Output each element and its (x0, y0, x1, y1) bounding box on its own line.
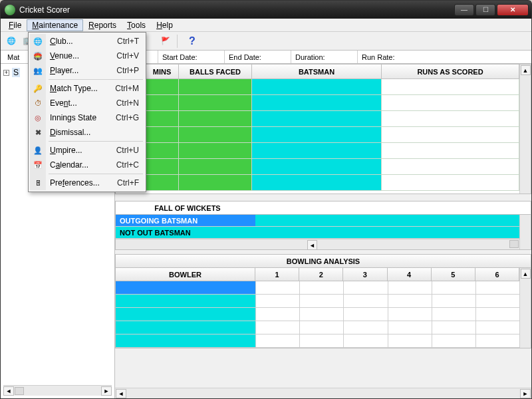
menu-item-calendar[interactable]: 📅 Calendar... Ctrl+C (30, 158, 144, 172)
cell-over[interactable] (343, 295, 387, 307)
cell-over[interactable] (388, 321, 432, 334)
cell-over[interactable] (475, 334, 519, 347)
cell-over[interactable] (299, 321, 343, 334)
minimize-button[interactable]: — (454, 4, 474, 16)
cell-over[interactable] (299, 281, 343, 294)
bowling-vscroll[interactable]: ▲ (519, 268, 531, 348)
cell-over[interactable] (475, 295, 519, 307)
scroll-up-icon[interactable]: ▲ (521, 269, 531, 279)
batting-vscroll[interactable]: ▲ (519, 65, 531, 194)
cell-mins[interactable] (146, 143, 179, 158)
cell-bowler[interactable] (116, 334, 255, 347)
cell-over[interactable] (432, 308, 475, 321)
scroll-up-icon[interactable]: ▲ (521, 65, 531, 75)
cell-over[interactable] (388, 308, 432, 321)
scroll-thumb[interactable] (15, 387, 24, 395)
cell-mins[interactable] (146, 175, 179, 190)
cell-over[interactable] (343, 334, 387, 347)
batting-row[interactable] (116, 95, 519, 111)
cell-batsman[interactable] (252, 143, 382, 158)
menu-item-umpire[interactable]: 👤 Umpire... Ctrl+U (30, 143, 144, 158)
cell-mins[interactable] (146, 79, 179, 94)
menu-file[interactable]: File (3, 19, 27, 31)
cell-runs[interactable] (382, 127, 519, 142)
scroll-thumb[interactable] (509, 240, 519, 248)
cell-runs[interactable] (382, 175, 519, 190)
cell-ballsfaced[interactable] (179, 143, 252, 158)
batting-row[interactable] (116, 127, 519, 143)
scroll-left-icon[interactable]: ◄ (116, 389, 126, 398)
bowling-row[interactable] (116, 334, 519, 348)
bowling-row[interactable] (116, 295, 519, 308)
cell-runs[interactable] (382, 143, 519, 158)
cell-over[interactable] (255, 321, 299, 334)
cell-ballsfaced[interactable] (179, 79, 252, 94)
batting-row[interactable] (116, 175, 519, 191)
toolbar-button-3[interactable]: 🚩 (159, 35, 172, 48)
scroll-right-icon[interactable]: ► (520, 389, 531, 398)
menu-item-event[interactable]: ⏱ Event... Ctrl+N (30, 96, 144, 110)
close-button[interactable]: ✕ (497, 4, 529, 16)
bowling-row[interactable] (116, 321, 519, 334)
menu-help[interactable]: Help (151, 19, 178, 31)
fow-row-notout[interactable]: NOT OUT BATSMAN (116, 227, 519, 239)
fow-vscroll[interactable] (519, 215, 531, 249)
cell-over[interactable] (388, 334, 432, 347)
cell-mins[interactable] (146, 159, 179, 174)
cell-batsman[interactable] (252, 159, 382, 174)
scroll-right-icon[interactable]: ► (101, 386, 112, 396)
cell-runs[interactable] (382, 111, 519, 126)
cell-over[interactable] (388, 281, 432, 294)
menu-item-club[interactable]: 🌐 Club... Ctrl+T (30, 34, 144, 49)
menu-item-inningsstate[interactable]: ◎ Innings State Ctrl+G (30, 110, 144, 125)
batting-row[interactable] (116, 159, 519, 175)
menu-item-matchtype[interactable]: 🔑 Match Type... Ctrl+M (30, 81, 144, 96)
batting-row[interactable] (116, 79, 519, 95)
batting-row[interactable] (116, 143, 519, 159)
cell-over[interactable] (388, 295, 432, 307)
menu-tools[interactable]: Tools (122, 19, 151, 31)
menu-item-preferences[interactable]: 🎚 Preferences... Ctrl+F (30, 176, 144, 190)
cell-over[interactable] (343, 321, 387, 334)
cell-over[interactable] (255, 281, 299, 294)
cell-ballsfaced[interactable] (179, 95, 252, 110)
cell-runs[interactable] (382, 79, 519, 94)
sidebar-hscroll[interactable]: ◄ ► (3, 385, 112, 396)
cell-over[interactable] (255, 295, 299, 307)
cell-over[interactable] (475, 321, 519, 334)
help-icon[interactable]: ? (189, 35, 196, 47)
cell-bowler[interactable] (116, 321, 255, 334)
cell-batsman[interactable] (252, 127, 382, 142)
cell-bowler[interactable] (116, 308, 255, 321)
cell-runs[interactable] (382, 95, 519, 110)
cell-mins[interactable] (146, 111, 179, 126)
cell-bowler[interactable] (116, 281, 255, 294)
menu-maintenance[interactable]: Maintenance (27, 19, 83, 31)
scroll-left-icon[interactable]: ◄ (3, 386, 14, 396)
menu-item-player[interactable]: 👥 Player... Ctrl+P (30, 63, 144, 78)
cell-over[interactable] (255, 308, 299, 321)
cell-batsman[interactable] (252, 79, 382, 94)
menu-item-dismissal[interactable]: ✖ Dismissal... (30, 125, 144, 140)
cell-over[interactable] (475, 281, 519, 294)
cell-batsman[interactable] (252, 111, 382, 126)
cell-over[interactable] (299, 308, 343, 321)
cell-batsman[interactable] (252, 95, 382, 110)
content-hscroll[interactable]: ◄ ► (115, 388, 531, 398)
fow-row-outgoing[interactable]: OUTGOING BATSMAN (116, 215, 519, 227)
cell-ballsfaced[interactable] (179, 175, 252, 190)
tree-expand-icon[interactable]: + (3, 70, 9, 76)
cell-mins[interactable] (146, 95, 179, 110)
fow-hscroll[interactable]: ◄ (116, 239, 519, 249)
batting-row[interactable] (116, 111, 519, 127)
cell-ballsfaced[interactable] (179, 127, 252, 142)
cell-mins[interactable] (146, 127, 179, 142)
scroll-left-icon[interactable]: ◄ (307, 240, 317, 250)
menu-item-venue[interactable]: 🏟️ Venue... Ctrl+V (30, 49, 144, 63)
bowling-row[interactable] (116, 281, 519, 295)
bowling-row[interactable] (116, 308, 519, 321)
toolbar-button-1[interactable]: 🌐 (5, 35, 18, 48)
cell-over[interactable] (432, 281, 475, 294)
cell-batsman[interactable] (252, 175, 382, 190)
cell-over[interactable] (432, 295, 475, 307)
